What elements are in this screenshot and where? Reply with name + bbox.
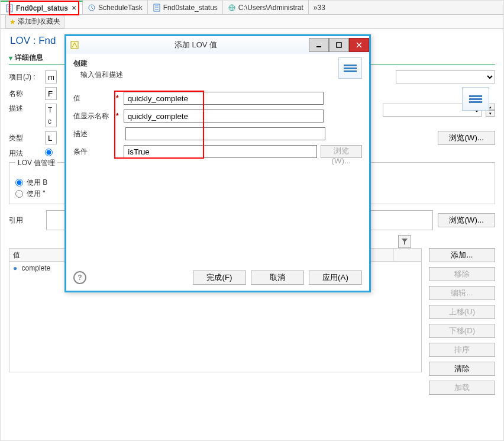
- cond-input[interactable]: [124, 145, 316, 158]
- tab-label: C:\Users\Administrat: [238, 4, 303, 12]
- required-icon: *: [116, 94, 119, 102]
- label-ref: 引用: [9, 215, 41, 226]
- add-button[interactable]: 添加...: [429, 248, 495, 262]
- name-input[interactable]: [45, 87, 57, 100]
- panel-decor-icon: [462, 87, 489, 111]
- filter-icon: [401, 238, 408, 245]
- finish-button[interactable]: 完成(F): [193, 271, 246, 285]
- tab-label: Fnd0state_status: [163, 4, 218, 12]
- tab-overflow[interactable]: »33: [309, 1, 330, 14]
- item-input[interactable]: [45, 70, 57, 83]
- tab-fnd0cpl[interactable]: Fnd0cpl_status ✕: [1, 1, 83, 14]
- maximize-button[interactable]: [329, 38, 349, 52]
- sort-button[interactable]: 排序: [429, 343, 495, 357]
- tab-path[interactable]: C:\Users\Administrat: [223, 1, 309, 14]
- item-select[interactable]: [396, 70, 495, 83]
- favorites-bar: ★ 添加到收藏夹: [1, 15, 503, 29]
- minimize-button[interactable]: [309, 38, 329, 52]
- add-lov-value-dialog: 添加 LOV 值 创建 输入值和描述 值 * 值显示名称: [64, 34, 371, 292]
- label-type: 类型: [9, 133, 41, 143]
- clear-button[interactable]: 清除: [429, 362, 495, 376]
- browse-ref-button[interactable]: 浏览(W)...: [438, 213, 495, 227]
- value-input[interactable]: [124, 92, 324, 105]
- dialog-title: 添加 LOV 值: [83, 40, 309, 50]
- spinner-down[interactable]: ▾: [486, 110, 495, 117]
- label-disp: 值显示名称: [73, 111, 114, 121]
- label-desc: 描述: [73, 129, 114, 139]
- sched-icon: [88, 4, 96, 12]
- edit-button[interactable]: 编辑...: [429, 286, 495, 300]
- add-favorite-button[interactable]: ★ 添加到收藏夹: [5, 15, 64, 28]
- doc-icon: [5, 4, 14, 12]
- tab-label: Fnd0cpl_status: [16, 4, 68, 12]
- apply-button[interactable]: 应用(A): [309, 271, 362, 285]
- label-cond: 条件: [73, 147, 112, 157]
- dialog-titlebar[interactable]: 添加 LOV 值: [66, 36, 369, 54]
- svg-rect-14: [337, 43, 341, 47]
- tab-fnd0state[interactable]: Fnd0state_status: [148, 1, 223, 14]
- star-icon: ★: [9, 18, 16, 26]
- tabstrip: Fnd0cpl_status ✕ ScheduleTask Fnd0state_…: [1, 1, 503, 15]
- panel-decor-icon: [338, 57, 362, 79]
- cancel-button[interactable]: 取消: [251, 271, 304, 285]
- doc-icon: [153, 4, 161, 12]
- label-item: 项目(J) :: [9, 72, 41, 82]
- displayname-input[interactable]: [124, 110, 324, 123]
- close-button[interactable]: [349, 38, 369, 52]
- desc-input[interactable]: [125, 127, 325, 140]
- usage-radio[interactable]: [45, 149, 53, 156]
- close-icon[interactable]: ✕: [70, 5, 77, 11]
- desc-input-vis[interactable]: T c: [45, 104, 57, 127]
- help-button[interactable]: ?: [73, 271, 86, 284]
- radio-use-b[interactable]: [15, 179, 23, 186]
- label-usage: 用法: [9, 149, 41, 159]
- create-heading: 创建: [73, 59, 362, 69]
- radio-use-q[interactable]: [15, 190, 23, 198]
- label-name: 名称: [9, 89, 41, 99]
- tab-label: ScheduleTask: [98, 4, 143, 12]
- lov-group-title: LOV 值管理: [15, 158, 57, 168]
- type-input[interactable]: [45, 131, 57, 144]
- remove-button[interactable]: 移除: [429, 267, 495, 281]
- chevron-down-icon: ▾: [9, 54, 12, 62]
- filter-button[interactable]: [398, 235, 411, 248]
- tab-scheduletask[interactable]: ScheduleTask: [83, 1, 148, 14]
- required-icon: *: [116, 112, 119, 120]
- label-value: 值: [73, 94, 114, 104]
- create-sub: 输入值和描述: [80, 70, 362, 80]
- moveup-button[interactable]: 上移(U): [429, 305, 495, 319]
- wizard-icon: [70, 40, 79, 50]
- movedown-button[interactable]: 下移(D): [429, 324, 495, 338]
- browse-type-button[interactable]: 浏览(W)...: [438, 131, 495, 145]
- globe-icon: [228, 4, 236, 12]
- load-button[interactable]: 加载: [429, 381, 495, 395]
- table-side-buttons: 添加... 移除 编辑... 上移(U) 下移(D) 排序 清除 加载: [429, 248, 495, 395]
- bullet-icon: ●: [13, 264, 17, 272]
- browse-cond-button[interactable]: 浏览(W)...: [321, 145, 362, 158]
- label-desc: 描述: [9, 104, 41, 114]
